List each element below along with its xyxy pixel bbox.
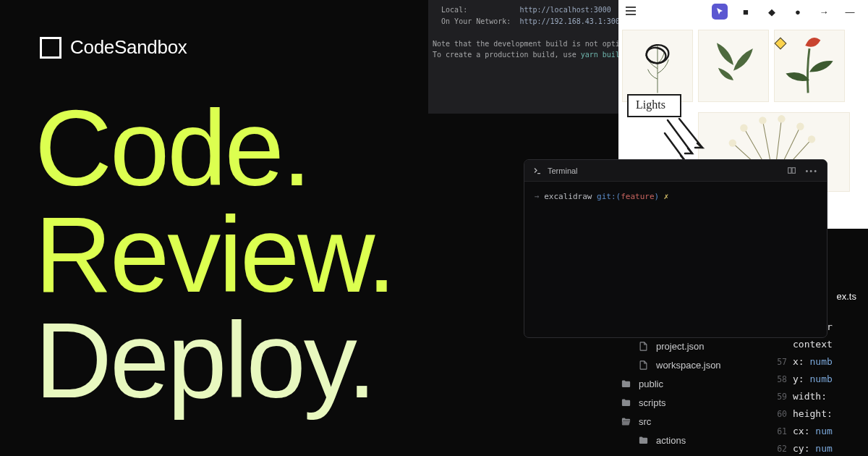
tool-cursor-icon[interactable] (712, 4, 728, 20)
note-line-2: To create a production build, use yarn b… (433, 49, 610, 61)
hero-word-deploy: Deploy. (35, 308, 394, 414)
svg-rect-8 (788, 168, 791, 174)
line-number: 59 (768, 388, 793, 405)
terminal-title: Terminal (548, 166, 578, 175)
folder-icon (621, 397, 631, 408)
code-line[interactable]: context (793, 336, 833, 353)
folder-icon (621, 416, 631, 427)
svg-point-3 (759, 117, 766, 124)
tool-square-icon[interactable]: ■ (738, 4, 754, 20)
tool-circle-icon[interactable]: ● (790, 4, 806, 20)
file-tree-item[interactable]: workspace.json (606, 355, 765, 374)
svg-point-7 (729, 139, 736, 146)
canvas-thumb[interactable] (622, 30, 693, 102)
file-tree-item[interactable]: scripts (606, 393, 765, 412)
code-line[interactable]: cx: num (793, 423, 833, 440)
file-tree-item[interactable]: src (606, 412, 765, 431)
canvas-thumb[interactable] (698, 30, 769, 102)
svg-point-5 (796, 123, 804, 130)
file-tree-label: actions (656, 435, 686, 446)
devserver-panel: Local: http://localhost:3000 On Your Net… (428, 0, 618, 114)
prompt-branch: feature (621, 192, 654, 201)
file-tree-label: project.json (656, 341, 704, 352)
terminal-header: Terminal ••• (524, 160, 827, 182)
logo-square-icon (40, 37, 61, 59)
yarn-build-cmd: yarn build (581, 51, 618, 59)
hero-headline: Code. Review. Deploy. (35, 96, 394, 414)
folder-icon (621, 379, 631, 389)
note-line-1: Note that the development build is not o… (433, 38, 610, 50)
code-line[interactable]: height: (793, 405, 833, 423)
brand-logo: CodeSandbox (40, 36, 187, 59)
network-label: On Your Network: (441, 17, 511, 25)
file-icon (638, 360, 649, 371)
tool-diamond-icon[interactable]: ◆ (764, 4, 780, 20)
file-tree-item[interactable]: actions (606, 431, 765, 449)
prompt-arrow: → (535, 192, 540, 201)
hamburger-icon[interactable] (626, 7, 636, 15)
svg-rect-9 (792, 168, 795, 174)
line-number (768, 336, 793, 353)
code-line[interactable]: width: (793, 388, 833, 405)
svg-point-4 (778, 115, 785, 122)
hero-word-code: Code. (35, 96, 394, 202)
devserver-local-row: Local: http://localhost:3000 (433, 4, 610, 16)
canvas-toolbar: ■ ◆ ● → — (712, 4, 858, 20)
canvas-thumb[interactable] (774, 30, 845, 102)
file-tree-label: workspace.json (656, 360, 721, 371)
line-number: 60 (768, 405, 793, 423)
svg-point-6 (808, 135, 815, 143)
file-tree-item[interactable]: public (606, 374, 765, 393)
file-tree-label: src (639, 416, 651, 427)
folder-icon (638, 435, 649, 446)
prompt-dirty-icon: ✗ (664, 192, 669, 201)
terminal-body[interactable]: → excalidraw git:(feature) ✗ (524, 182, 827, 211)
code-line[interactable]: cy: num (793, 440, 833, 456)
devserver-network-row: On Your Network: http://192.168.43.1:300… (433, 16, 610, 28)
hero-word-review: Review. (35, 202, 394, 308)
svg-point-2 (740, 124, 747, 132)
local-url: http://localhost:3000 (519, 6, 610, 14)
local-label: Local: (441, 6, 467, 14)
file-tree-label: scripts (639, 397, 666, 408)
file-tree-item[interactable]: project.json (606, 337, 765, 355)
line-number: 57 (768, 353, 793, 371)
file-icon (638, 341, 649, 352)
blank-row (433, 27, 610, 38)
code-line[interactable]: y: numb (793, 371, 833, 388)
canvas-label-lights[interactable]: Lights (627, 94, 681, 117)
terminal-icon (533, 166, 542, 175)
tool-line-icon[interactable]: — (842, 4, 858, 20)
line-number: 62 (768, 440, 793, 456)
split-icon[interactable] (787, 166, 796, 175)
brand-name: CodeSandbox (70, 36, 187, 59)
prompt-dir: excalidraw (544, 192, 592, 201)
file-tree-label: public (639, 379, 663, 389)
terminal-panel[interactable]: Terminal ••• → excalidraw git:(feature) … (524, 159, 827, 338)
line-number: 58 (768, 371, 793, 388)
line-number: 61 (768, 423, 793, 440)
network-url: http://192.168.43.1:3000 (519, 17, 618, 25)
prompt-git: git:( (597, 192, 621, 201)
editor-tab[interactable]: ex.ts (833, 281, 868, 311)
more-icon[interactable]: ••• (805, 166, 818, 175)
tool-arrow-icon[interactable]: → (816, 4, 832, 20)
code-line[interactable]: x: numb (793, 353, 833, 371)
file-tree[interactable]: project.jsonworkspace.jsonpublicscriptss… (606, 329, 765, 449)
